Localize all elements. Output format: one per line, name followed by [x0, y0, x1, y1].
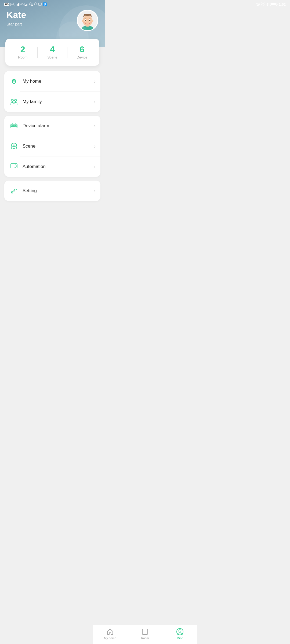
- setting-icon: [9, 186, 19, 196]
- status-bar: HD 4G 4G: [0, 0, 105, 8]
- user-subtitle: Star part: [6, 22, 26, 26]
- device-count: 6: [67, 45, 97, 54]
- message-icon: [38, 2, 42, 6]
- automation-item[interactable]: Automation ›: [4, 156, 100, 177]
- room-count: 2: [8, 45, 37, 54]
- my-family-item[interactable]: My family ›: [4, 92, 100, 112]
- svg-point-1: [30, 4, 30, 4]
- my-home-label: My home: [23, 79, 94, 84]
- svg-point-32: [85, 20, 86, 20]
- svg-point-43: [15, 126, 17, 127]
- svg-point-39: [15, 99, 17, 101]
- setting-chevron: ›: [94, 188, 96, 194]
- family-icon: [9, 97, 19, 107]
- svg-point-34: [83, 22, 85, 23]
- avatar[interactable]: [77, 10, 98, 31]
- stat-device[interactable]: 6 Device: [67, 45, 97, 59]
- svg-point-27: [91, 20, 93, 22]
- wechat-icon: [29, 2, 33, 6]
- device-alarm-label: Device alarm: [23, 123, 94, 129]
- svg-rect-8: [43, 2, 47, 6]
- svg-point-42: [13, 126, 15, 127]
- svg-point-35: [90, 22, 92, 23]
- scene-item[interactable]: Scene ›: [4, 136, 100, 156]
- svg-point-5: [32, 5, 33, 5]
- my-family-label: My family: [23, 99, 94, 104]
- room-label: Room: [8, 55, 37, 59]
- signal-icon: [16, 3, 19, 6]
- svg-point-24: [83, 15, 92, 26]
- scene-label: Scene: [38, 55, 67, 59]
- stats-card: 2 Room 4 Scene 6 Device: [5, 39, 99, 66]
- status-left-icons: HD 4G 4G: [4, 2, 47, 6]
- menu-card-group2: Device alarm › Scene ›: [4, 116, 100, 177]
- stat-room[interactable]: 2 Room: [8, 45, 37, 59]
- scene-chevron: ›: [94, 144, 96, 149]
- alarm-device-icon: [9, 121, 19, 131]
- svg-point-28: [85, 19, 86, 21]
- svg-point-50: [14, 146, 17, 149]
- my-home-chevron: ›: [94, 79, 96, 84]
- svg-point-29: [89, 19, 91, 21]
- svg-rect-23: [86, 24, 89, 27]
- scene-label: Scene: [23, 144, 94, 149]
- svg-rect-40: [11, 124, 17, 128]
- svg-point-48: [14, 144, 17, 146]
- my-family-chevron: ›: [94, 99, 96, 105]
- scene-icon: [9, 141, 19, 151]
- svg-point-26: [82, 20, 84, 22]
- signal2-icon: [25, 3, 28, 6]
- setting-label: Setting: [23, 188, 94, 193]
- avatar-image: [78, 10, 97, 30]
- menu-card-group3: Setting ›: [4, 181, 100, 201]
- main-content: My home › My family ›: [0, 66, 105, 232]
- device-label: Device: [67, 55, 97, 59]
- svg-point-21: [78, 10, 97, 30]
- svg-point-25: [84, 14, 91, 16]
- location-icon: [9, 76, 19, 86]
- automation-chevron: ›: [94, 164, 96, 170]
- svg-point-22: [82, 25, 93, 30]
- svg-rect-7: [38, 3, 42, 5]
- automation-icon: [9, 162, 19, 171]
- device-alarm-chevron: ›: [94, 123, 96, 129]
- svg-point-31: [89, 20, 90, 21]
- user-info: Kate Star part: [6, 10, 26, 26]
- svg-point-38: [11, 99, 13, 101]
- user-name: Kate: [6, 10, 26, 20]
- svg-point-37: [13, 80, 15, 81]
- svg-point-33: [90, 20, 90, 20]
- svg-point-49: [11, 146, 14, 149]
- bell-icon: [34, 2, 37, 6]
- scene-count: 4: [38, 45, 67, 54]
- menu-card-group1: My home › My family ›: [4, 71, 100, 112]
- device-alarm-item[interactable]: Device alarm ›: [4, 116, 100, 136]
- my-home-item[interactable]: My home ›: [4, 71, 100, 92]
- svg-point-30: [85, 20, 86, 21]
- stat-scene[interactable]: 4 Scene: [38, 45, 67, 59]
- setting-item[interactable]: Setting ›: [4, 181, 100, 201]
- bulb-icon: [43, 2, 47, 6]
- svg-point-4: [31, 5, 32, 5]
- svg-point-41: [12, 126, 13, 127]
- automation-label: Automation: [23, 164, 94, 169]
- svg-point-47: [11, 144, 14, 146]
